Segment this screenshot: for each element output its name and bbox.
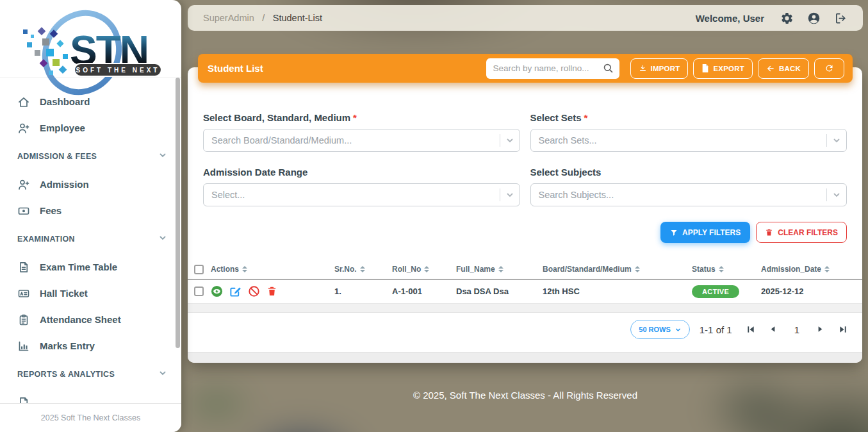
- clear-filters-button[interactable]: CLEAR FILTERS: [756, 222, 847, 243]
- sidebar-section-admission-fees[interactable]: ADMISSION & FEES: [0, 141, 181, 171]
- subjects-label-text: Select Subjects: [530, 167, 602, 178]
- sidebar-scrollbar[interactable]: [176, 78, 180, 348]
- sets-select-placeholder: Search Sets...: [539, 135, 827, 145]
- column-label: Board/Standard/Medium: [543, 265, 632, 274]
- select-all-checkbox[interactable]: [194, 265, 204, 274]
- sidebar-item-label: Fees: [40, 205, 61, 216]
- column-label: Admission_Date: [761, 265, 821, 274]
- sidebar-section-label: EXAMINATION: [17, 235, 75, 244]
- filter-actions-row: APPLY FILTERS CLEAR FILTERS: [188, 221, 862, 243]
- panel-title: Student List: [208, 63, 263, 74]
- cell-fullname: Dsa DSA Dsa: [456, 287, 543, 296]
- board-select-placeholder: Search Board/Standard/Medium...: [211, 135, 500, 145]
- sets-select[interactable]: Search Sets...: [530, 129, 848, 152]
- sidebar-section-examination[interactable]: EXAMINATION: [0, 224, 181, 254]
- current-page-number[interactable]: 1: [791, 324, 803, 335]
- sidebar-item-employee[interactable]: Employee: [0, 115, 181, 141]
- column-header-status[interactable]: Status: [692, 265, 761, 274]
- sidebar-menu: Dashboard Employee ADMISSION & FEES Admi…: [0, 78, 181, 415]
- clipboard-icon: [17, 313, 30, 326]
- sidebar-item-admission[interactable]: Admission: [0, 171, 181, 197]
- chevron-down-icon: [675, 326, 682, 333]
- gear-icon[interactable]: [780, 12, 794, 25]
- id-card-icon: [17, 287, 30, 300]
- welcome-text: Welcome, User: [696, 13, 764, 24]
- sidebar-item-fees[interactable]: Fees: [0, 197, 181, 224]
- logo-tagline: SOFT THE NEXT: [76, 67, 160, 74]
- chevron-down-icon: [827, 190, 846, 199]
- cell-board: 12th HSC: [543, 287, 692, 296]
- view-icon[interactable]: [211, 285, 223, 297]
- sidebar-section-reports-analytics[interactable]: REPORTS & ANALYTICS: [0, 359, 181, 389]
- apply-filters-button[interactable]: APPLY FILTERS: [660, 222, 750, 243]
- column-header-srno[interactable]: Sr.No.: [334, 265, 392, 274]
- sidebar-section-label: ADMISSION & FEES: [17, 152, 97, 161]
- cell-status: ACTIVE: [692, 285, 761, 298]
- board-select[interactable]: Search Board/Standard/Medium...: [203, 129, 520, 152]
- topbar-right: Welcome, User: [696, 12, 848, 25]
- refresh-button[interactable]: [814, 58, 844, 79]
- sidebar-item-hall-ticket[interactable]: Hall Ticket: [0, 280, 181, 306]
- user-avatar-icon[interactable]: [807, 12, 821, 25]
- sort-icon: [360, 266, 365, 272]
- sidebar-item-attendance-sheet[interactable]: Attendance Sheet: [0, 306, 181, 333]
- delete-icon[interactable]: [266, 285, 279, 297]
- row-actions: [211, 285, 334, 297]
- chevron-down-icon: [500, 190, 520, 199]
- breadcrumb-root[interactable]: SuperAdmin: [203, 13, 254, 23]
- column-header-rollno[interactable]: Roll_No: [392, 265, 456, 274]
- import-button[interactable]: IMPORT: [630, 58, 689, 79]
- row-checkbox[interactable]: [194, 287, 204, 296]
- ban-icon[interactable]: [248, 285, 260, 297]
- student-list-panel-header: Student List IMPORT EXPORT BACK: [198, 54, 853, 83]
- sidebar-item-marks-entry[interactable]: Marks Entry: [0, 333, 181, 359]
- chevron-down-icon: [158, 233, 167, 244]
- sidebar-item-exam-time-table[interactable]: Exam Time Table: [0, 254, 181, 280]
- rows-per-page-button[interactable]: 50 ROWS: [630, 320, 690, 339]
- back-button-label: BACK: [779, 65, 801, 72]
- required-asterisk: *: [353, 112, 357, 123]
- column-label: Roll_No: [392, 265, 421, 274]
- column-header-fullname[interactable]: Full_Name: [456, 265, 543, 274]
- sort-icon: [498, 266, 504, 272]
- chevron-down-icon: [158, 151, 167, 162]
- cash-card-icon: [17, 204, 30, 217]
- export-button-label: EXPORT: [713, 65, 744, 72]
- column-header-board[interactable]: Board/Standard/Medium: [543, 265, 692, 274]
- search-icon[interactable]: [603, 63, 614, 74]
- date-range-label: Admission Date Range: [203, 167, 520, 178]
- date-range-select[interactable]: Select...: [203, 183, 520, 206]
- sidebar-item-label: Employee: [40, 122, 85, 133]
- export-button[interactable]: EXPORT: [693, 58, 753, 79]
- column-header-actions[interactable]: Actions: [211, 265, 334, 274]
- person-add-icon: [17, 122, 30, 135]
- topbar: SuperAdmin / Student-List Welcome, User: [188, 5, 863, 31]
- cell-rollno: A-1-001: [392, 287, 456, 296]
- student-list-card: Select Board, Standard, Medium* Search B…: [188, 67, 862, 363]
- next-page-icon[interactable]: [816, 325, 825, 334]
- last-page-icon[interactable]: [839, 325, 848, 334]
- sidebar: STN SOFT THE NEXT Dashboard Employee ADM…: [0, 0, 181, 432]
- sort-icon: [824, 266, 830, 272]
- edit-icon[interactable]: [229, 285, 242, 297]
- pagination: 50 ROWS 1-1 of 1 1: [188, 313, 862, 339]
- sidebar-item-label: Marks Entry: [40, 340, 95, 351]
- previous-page-icon[interactable]: [769, 325, 778, 334]
- sets-label: Select Sets*: [530, 112, 848, 123]
- table-header-row: Actions Sr.No. Roll_No Full_Name Board/S…: [188, 260, 862, 279]
- sort-icon: [719, 266, 724, 272]
- search-input[interactable]: [493, 63, 603, 73]
- logout-icon[interactable]: [834, 12, 848, 25]
- file-icon: [701, 64, 709, 72]
- document-icon: [17, 261, 30, 274]
- chevron-down-icon: [158, 369, 167, 379]
- first-page-icon[interactable]: [746, 325, 755, 334]
- board-label-text: Select Board, Standard, Medium: [203, 112, 350, 123]
- sidebar-item-label: Hall Ticket: [40, 288, 88, 299]
- column-header-admission-date[interactable]: Admission_Date: [761, 265, 862, 274]
- back-button[interactable]: BACK: [758, 58, 809, 79]
- breadcrumb-separator: /: [262, 13, 265, 23]
- subjects-select[interactable]: Search Subjects...: [530, 183, 848, 206]
- page-footer: © 2025, Soft The Next Classes - All Righ…: [188, 390, 863, 401]
- filter-subjects: Select Subjects Search Subjects...: [530, 167, 848, 206]
